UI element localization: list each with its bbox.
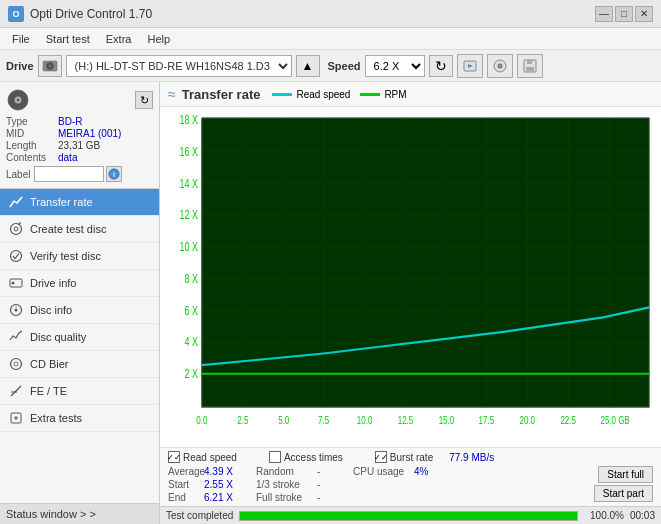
svg-text:i: i (15, 303, 16, 309)
app-icon: O (8, 6, 24, 22)
stats-buttons: Start full Start part (594, 466, 653, 502)
nav-disc-quality[interactable]: Disc quality (0, 324, 159, 351)
disc-quality-icon (8, 329, 24, 345)
checkbox-read-speed[interactable]: ✓ Read speed (168, 451, 237, 463)
read-button[interactable] (457, 54, 483, 78)
nav-fe-te[interactable]: FE / TE (0, 378, 159, 405)
cd-bier-icon (8, 356, 24, 372)
speed-label: Speed (328, 60, 361, 72)
svg-text:7.5: 7.5 (318, 414, 329, 427)
length-value: 23,31 GB (58, 140, 100, 151)
svg-text:18 X: 18 X (179, 112, 198, 126)
menu-help[interactable]: Help (139, 31, 178, 47)
drive-label: Drive (6, 60, 34, 72)
nav-drive-info[interactable]: Drive info (0, 270, 159, 297)
svg-text:8 X: 8 X (184, 271, 198, 285)
progress-percent: 100.0% (584, 510, 624, 521)
type-label: Type (6, 116, 58, 127)
nav-list: Transfer rate Create test disc Verify te… (0, 189, 159, 503)
label-input[interactable] (34, 166, 104, 182)
svg-text:0.0: 0.0 (196, 414, 207, 427)
svg-point-7 (499, 65, 501, 67)
verify-test-disc-icon (8, 248, 24, 264)
svg-rect-33 (202, 118, 649, 407)
contents-value: data (58, 152, 77, 163)
nav-disc-info[interactable]: i Disc info (0, 297, 159, 324)
end-row: End 6.21 X Full stroke - (168, 492, 594, 503)
drive-icon (38, 55, 62, 77)
svg-text:16 X: 16 X (179, 144, 198, 158)
legend-read-speed: Read speed (272, 89, 350, 100)
svg-text:2 X: 2 X (184, 366, 198, 380)
checkbox-burst-rate[interactable]: ✓ Burst rate (375, 451, 433, 463)
svg-text:2.5: 2.5 (237, 414, 248, 427)
disc-refresh-button[interactable]: ↻ (135, 91, 153, 109)
label-label: Label (6, 169, 30, 180)
maximize-button[interactable]: □ (615, 6, 633, 22)
burst-rate-value: 77.9 MB/s (449, 452, 494, 463)
chart-header: ≈ Transfer rate Read speed RPM (160, 82, 661, 107)
progress-time: 00:03 (630, 510, 655, 521)
mid-value: MEIRA1 (001) (58, 128, 121, 139)
chart-title: Transfer rate (182, 87, 261, 102)
fe-te-icon (8, 383, 24, 399)
chart-icon: ≈ (168, 86, 176, 102)
burst-rate-checkbox[interactable]: ✓ (375, 451, 387, 463)
menu-start-test[interactable]: Start test (38, 31, 98, 47)
app-title: Opti Drive Control 1.70 (30, 7, 595, 21)
main-area: ↻ Type BD-R MID MEIRA1 (001) Length 23,3… (0, 82, 661, 524)
legend-read-speed-color (272, 93, 292, 96)
drive-info-icon (8, 275, 24, 291)
extra-tests-icon (8, 410, 24, 426)
start-part-button[interactable]: Start part (594, 485, 653, 502)
legend-rpm: RPM (360, 89, 406, 100)
sidebar: ↻ Type BD-R MID MEIRA1 (001) Length 23,3… (0, 82, 160, 524)
svg-text:17.5: 17.5 (479, 414, 495, 427)
svg-text:12 X: 12 X (179, 208, 198, 222)
start-full-button[interactable]: Start full (598, 466, 653, 483)
checkbox-access-times[interactable]: Access times (269, 451, 343, 463)
svg-point-2 (49, 65, 51, 67)
refresh-button[interactable]: ↻ (429, 55, 453, 77)
stats-area: ✓ Read speed Access times ✓ Burst rate 7… (160, 447, 661, 506)
chart-container: 18 X 16 X 14 X 12 X 10 X 8 X 6 X 4 X 2 X… (160, 107, 661, 447)
svg-text:14 X: 14 X (179, 176, 198, 190)
window-controls: — □ ✕ (595, 6, 653, 22)
save-button[interactable] (517, 54, 543, 78)
write-button[interactable] (487, 54, 513, 78)
minimize-button[interactable]: — (595, 6, 613, 22)
eject-button[interactable]: ▲ (296, 55, 320, 77)
nav-verify-test-disc[interactable]: Verify test disc (0, 243, 159, 270)
average-row: Average 4.39 X Random - CPU usage 4% (168, 466, 594, 477)
mid-label: MID (6, 128, 58, 139)
chart-area: ≈ Transfer rate Read speed RPM (160, 82, 661, 524)
svg-rect-9 (526, 67, 534, 71)
svg-line-19 (19, 223, 21, 225)
svg-text:15.0: 15.0 (439, 414, 455, 427)
label-icon-btn[interactable]: i (106, 166, 122, 182)
nav-transfer-rate[interactable]: Transfer rate (0, 189, 159, 216)
svg-text:22.5: 22.5 (560, 414, 576, 427)
menu-extra[interactable]: Extra (98, 31, 140, 47)
read-speed-checkbox[interactable]: ✓ (168, 451, 180, 463)
nav-extra-tests[interactable]: Extra tests (0, 405, 159, 432)
svg-text:i: i (113, 171, 115, 178)
svg-text:12.5: 12.5 (398, 414, 414, 427)
title-bar: O Opti Drive Control 1.70 — □ ✕ (0, 0, 661, 28)
stats-data-area: Average 4.39 X Random - CPU usage 4% Sta… (168, 466, 653, 503)
menu-file[interactable]: File (4, 31, 38, 47)
status-window-button[interactable]: Status window > > (0, 503, 159, 524)
disc-icon (6, 88, 30, 112)
nav-cd-bier[interactable]: CD Bier (0, 351, 159, 378)
progress-bar (239, 511, 578, 521)
speed-select[interactable]: 6.2 X MAX 4 X 2 X (365, 55, 425, 77)
close-button[interactable]: ✕ (635, 6, 653, 22)
svg-text:10 X: 10 X (179, 239, 198, 253)
svg-rect-10 (527, 60, 532, 64)
svg-point-18 (14, 227, 18, 231)
svg-text:5.0: 5.0 (278, 414, 289, 427)
access-times-checkbox[interactable] (269, 451, 281, 463)
drive-select[interactable]: (H:) HL-DT-ST BD-RE WH16NS48 1.D3 (66, 55, 292, 77)
svg-point-13 (17, 99, 19, 101)
nav-create-test-disc[interactable]: Create test disc (0, 216, 159, 243)
